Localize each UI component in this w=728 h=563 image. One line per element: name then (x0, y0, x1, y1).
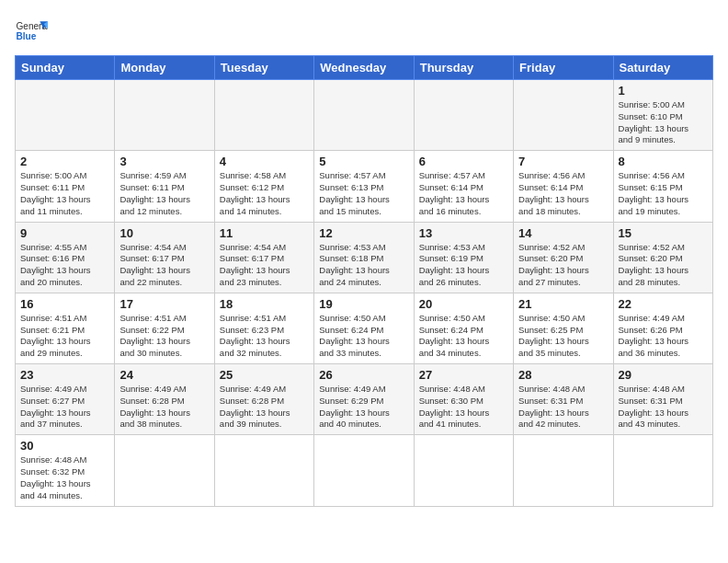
day-info: Sunrise: 4:56 AM Sunset: 6:14 PM Dayligh… (518, 170, 608, 217)
day-info: Sunrise: 4:57 AM Sunset: 6:14 PM Dayligh… (419, 170, 508, 217)
day-number: 8 (619, 155, 708, 168)
day-number: 16 (20, 297, 109, 311)
day-number: 3 (119, 155, 209, 168)
calendar-cell: 10Sunrise: 4:54 AM Sunset: 6:17 PM Dayli… (115, 222, 214, 293)
calendar-cell (514, 80, 613, 151)
day-info: Sunrise: 5:00 AM Sunset: 6:11 PM Dayligh… (20, 170, 109, 217)
day-number: 19 (319, 297, 408, 311)
calendar-cell (414, 80, 513, 151)
day-number: 27 (419, 368, 508, 382)
day-info: Sunrise: 4:54 AM Sunset: 6:17 PM Dayligh… (220, 242, 309, 289)
day-number: 30 (20, 439, 109, 453)
day-number: 1 (619, 84, 708, 98)
calendar-cell: 4Sunrise: 4:58 AM Sunset: 6:12 PM Daylig… (214, 151, 313, 222)
weekday-header-tuesday: Tuesday (214, 56, 313, 80)
calendar-cell (314, 80, 414, 151)
calendar-cell: 8Sunrise: 4:56 AM Sunset: 6:15 PM Daylig… (613, 151, 712, 222)
day-info: Sunrise: 4:56 AM Sunset: 6:15 PM Dayligh… (619, 170, 708, 217)
calendar-cell (613, 435, 712, 506)
calendar-cell (414, 435, 513, 506)
calendar-cell: 14Sunrise: 4:52 AM Sunset: 6:20 PM Dayli… (514, 222, 613, 293)
weekday-header-wednesday: Wednesday (314, 56, 414, 80)
weekday-header-saturday: Saturday (613, 56, 712, 80)
calendar-cell: 26Sunrise: 4:49 AM Sunset: 6:29 PM Dayli… (314, 364, 414, 435)
calendar-cell: 30Sunrise: 4:48 AM Sunset: 6:32 PM Dayli… (16, 435, 115, 506)
day-info: Sunrise: 4:49 AM Sunset: 6:28 PM Dayligh… (119, 384, 209, 431)
calendar-table: SundayMondayTuesdayWednesdayThursdayFrid… (15, 55, 713, 507)
day-info: Sunrise: 4:51 AM Sunset: 6:21 PM Dayligh… (20, 313, 109, 360)
day-info: Sunrise: 4:50 AM Sunset: 6:24 PM Dayligh… (419, 313, 508, 360)
day-number: 12 (319, 226, 408, 240)
day-number: 26 (319, 368, 408, 382)
calendar-cell: 21Sunrise: 4:50 AM Sunset: 6:25 PM Dayli… (514, 293, 613, 363)
day-number: 11 (220, 226, 309, 240)
day-number: 14 (518, 226, 608, 240)
day-info: Sunrise: 4:51 AM Sunset: 6:22 PM Dayligh… (119, 313, 209, 360)
calendar-cell: 9Sunrise: 4:55 AM Sunset: 6:16 PM Daylig… (16, 222, 115, 293)
calendar-cell (514, 435, 613, 506)
weekday-header-friday: Friday (514, 56, 613, 80)
calendar-cell: 12Sunrise: 4:53 AM Sunset: 6:18 PM Dayli… (314, 222, 414, 293)
day-info: Sunrise: 4:49 AM Sunset: 6:29 PM Dayligh… (319, 384, 408, 431)
day-number: 13 (419, 226, 508, 240)
calendar-cell: 17Sunrise: 4:51 AM Sunset: 6:22 PM Dayli… (115, 293, 214, 363)
day-number: 10 (119, 226, 209, 240)
day-number: 21 (518, 297, 608, 311)
day-number: 29 (619, 368, 708, 382)
day-number: 5 (319, 155, 408, 168)
calendar-cell: 20Sunrise: 4:50 AM Sunset: 6:24 PM Dayli… (414, 293, 513, 363)
day-info: Sunrise: 4:49 AM Sunset: 6:26 PM Dayligh… (619, 313, 708, 360)
page-header: General Blue (15, 15, 713, 48)
day-info: Sunrise: 4:58 AM Sunset: 6:12 PM Dayligh… (220, 170, 309, 217)
day-info: Sunrise: 4:51 AM Sunset: 6:23 PM Dayligh… (220, 313, 309, 360)
weekday-header-thursday: Thursday (414, 56, 513, 80)
day-number: 24 (119, 368, 209, 382)
logo: General Blue (15, 15, 48, 48)
day-info: Sunrise: 4:53 AM Sunset: 6:19 PM Dayligh… (419, 242, 508, 289)
calendar-cell: 22Sunrise: 4:49 AM Sunset: 6:26 PM Dayli… (613, 293, 712, 363)
weekday-header-monday: Monday (115, 56, 214, 80)
calendar-cell: 28Sunrise: 4:48 AM Sunset: 6:31 PM Dayli… (514, 364, 613, 435)
calendar-cell: 5Sunrise: 4:57 AM Sunset: 6:13 PM Daylig… (314, 151, 414, 222)
day-info: Sunrise: 4:53 AM Sunset: 6:18 PM Dayligh… (319, 242, 408, 289)
calendar-cell: 1Sunrise: 5:00 AM Sunset: 6:10 PM Daylig… (613, 80, 712, 151)
calendar-cell (314, 435, 414, 506)
day-info: Sunrise: 4:48 AM Sunset: 6:32 PM Dayligh… (20, 454, 109, 501)
day-number: 23 (20, 368, 109, 382)
calendar-cell: 29Sunrise: 4:48 AM Sunset: 6:31 PM Dayli… (613, 364, 712, 435)
calendar-cell: 13Sunrise: 4:53 AM Sunset: 6:19 PM Dayli… (414, 222, 513, 293)
day-number: 22 (619, 297, 708, 311)
calendar-cell (214, 435, 313, 506)
day-info: Sunrise: 4:50 AM Sunset: 6:24 PM Dayligh… (319, 313, 408, 360)
day-info: Sunrise: 4:48 AM Sunset: 6:30 PM Dayligh… (419, 384, 508, 431)
calendar-cell: 7Sunrise: 4:56 AM Sunset: 6:14 PM Daylig… (514, 151, 613, 222)
calendar-cell: 11Sunrise: 4:54 AM Sunset: 6:17 PM Dayli… (214, 222, 313, 293)
calendar-cell: 23Sunrise: 4:49 AM Sunset: 6:27 PM Dayli… (16, 364, 115, 435)
calendar-cell: 18Sunrise: 4:51 AM Sunset: 6:23 PM Dayli… (214, 293, 313, 363)
day-info: Sunrise: 4:50 AM Sunset: 6:25 PM Dayligh… (518, 313, 608, 360)
calendar-cell (115, 80, 214, 151)
calendar-cell: 24Sunrise: 4:49 AM Sunset: 6:28 PM Dayli… (115, 364, 214, 435)
day-info: Sunrise: 5:00 AM Sunset: 6:10 PM Dayligh… (619, 99, 708, 146)
day-number: 15 (619, 226, 708, 240)
calendar-cell: 27Sunrise: 4:48 AM Sunset: 6:30 PM Dayli… (414, 364, 513, 435)
day-info: Sunrise: 4:52 AM Sunset: 6:20 PM Dayligh… (619, 242, 708, 289)
calendar-cell: 15Sunrise: 4:52 AM Sunset: 6:20 PM Dayli… (613, 222, 712, 293)
svg-text:Blue: Blue (16, 31, 36, 41)
day-info: Sunrise: 4:48 AM Sunset: 6:31 PM Dayligh… (619, 384, 708, 431)
day-info: Sunrise: 4:48 AM Sunset: 6:31 PM Dayligh… (518, 384, 608, 431)
calendar-cell: 25Sunrise: 4:49 AM Sunset: 6:28 PM Dayli… (214, 364, 313, 435)
calendar-cell (115, 435, 214, 506)
day-info: Sunrise: 4:52 AM Sunset: 6:20 PM Dayligh… (518, 242, 608, 289)
weekday-header-sunday: Sunday (16, 56, 115, 80)
day-number: 20 (419, 297, 508, 311)
day-number: 6 (419, 155, 508, 168)
day-info: Sunrise: 4:57 AM Sunset: 6:13 PM Dayligh… (319, 170, 408, 217)
calendar-cell: 19Sunrise: 4:50 AM Sunset: 6:24 PM Dayli… (314, 293, 414, 363)
day-number: 18 (220, 297, 309, 311)
day-number: 2 (20, 155, 109, 168)
day-number: 17 (119, 297, 209, 311)
calendar-cell: 6Sunrise: 4:57 AM Sunset: 6:14 PM Daylig… (414, 151, 513, 222)
day-info: Sunrise: 4:49 AM Sunset: 6:27 PM Dayligh… (20, 384, 109, 431)
day-number: 9 (20, 226, 109, 240)
